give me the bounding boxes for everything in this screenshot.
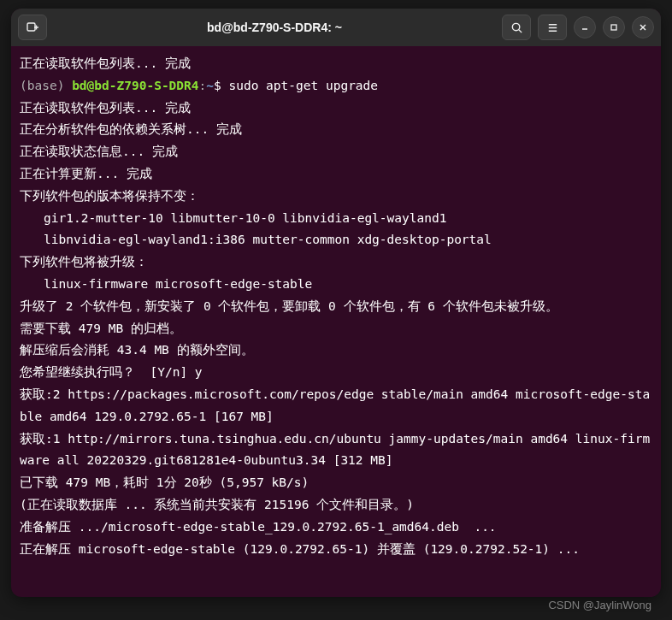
output-line: gir1.2-mutter-10 libmutter-10-0 libnvidi… — [20, 208, 652, 230]
output-line: 升级了 2 个软件包，新安装了 0 个软件包，要卸载 0 个软件包，有 6 个软… — [20, 296, 652, 318]
minimize-button[interactable] — [574, 16, 596, 38]
new-tab-icon — [26, 21, 39, 34]
search-icon — [510, 21, 523, 34]
output-line: 准备解压 .../microsoft-edge-stable_129.0.279… — [20, 517, 652, 539]
maximize-icon — [610, 23, 618, 32]
titlebar: bd@bd-Z790-S-DDR4: ~ — [11, 9, 661, 46]
output-line: 下列软件包的版本将保持不变： — [20, 186, 652, 208]
output-line: (正在读取数据库 ... 系统当前共安装有 215196 个文件和目录。) — [20, 494, 652, 517]
ps1-path: ~ — [206, 79, 214, 92]
prompt-line: (base) bd@bd-Z790-S-DDR4:~$ sudo apt-get… — [20, 75, 652, 97]
output-line: 下列软件包将被升级： — [20, 251, 652, 274]
command-text: sudo apt-get upgrade — [228, 79, 378, 92]
svg-point-3 — [512, 23, 519, 30]
output-line: 获取:2 https://packages.microsoft.com/repo… — [20, 384, 652, 428]
titlebar-right — [502, 15, 654, 40]
terminal-body[interactable]: 正在读取软件包列表... 完成 (base) bd@bd-Z790-S-DDR4… — [11, 46, 661, 597]
close-button[interactable] — [632, 16, 654, 38]
output-line: 正在分析软件包的依赖关系树... 完成 — [20, 119, 652, 141]
watermark: CSDN @JaylinWong — [548, 599, 651, 611]
terminal-window: bd@bd-Z790-S-DDR4: ~ — [11, 9, 661, 597]
maximize-button[interactable] — [603, 16, 625, 38]
output-line: 正在计算更新... 完成 — [20, 163, 652, 186]
minimize-icon — [581, 23, 589, 32]
output-line: 正在读取软件包列表... 完成 — [20, 53, 652, 75]
ps1-userhost: bd@bd-Z790-S-DDR4 — [72, 79, 198, 92]
hamburger-icon — [546, 21, 559, 34]
search-button[interactable] — [502, 15, 531, 40]
svg-line-4 — [518, 29, 521, 32]
svg-rect-9 — [611, 25, 616, 30]
output-line: 正在解压 microsoft-edge-stable (129.0.2792.6… — [20, 539, 652, 561]
output-line: 您希望继续执行吗？ [Y/n] y — [20, 362, 652, 384]
ps1-dollar: $ — [214, 79, 221, 92]
menu-button[interactable] — [538, 15, 567, 40]
output-line: 需要下载 479 MB 的归档。 — [20, 318, 652, 340]
close-icon — [639, 23, 647, 32]
titlebar-left — [18, 15, 47, 40]
output-line: libnvidia-egl-wayland1:i386 mutter-commo… — [20, 229, 652, 251]
window-title: bd@bd-Z790-S-DDR4: ~ — [52, 21, 497, 34]
new-tab-button[interactable] — [18, 15, 47, 40]
output-line: 获取:1 http://mirrors.tuna.tsinghua.edu.cn… — [20, 428, 652, 473]
output-line: 解压缩后会消耗 43.4 MB 的额外空间。 — [20, 340, 652, 362]
svg-rect-0 — [27, 23, 35, 31]
ps1-env: (base) — [20, 79, 64, 92]
output-line: 已下载 479 MB，耗时 1分 20秒 (5,957 kB/s) — [20, 472, 652, 494]
output-line: linux-firmware microsoft-edge-stable — [20, 274, 652, 296]
ps1-colon: : — [199, 79, 207, 92]
output-line: 正在读取状态信息... 完成 — [20, 141, 652, 163]
output-line: 正在读取软件包列表... 完成 — [20, 97, 652, 120]
